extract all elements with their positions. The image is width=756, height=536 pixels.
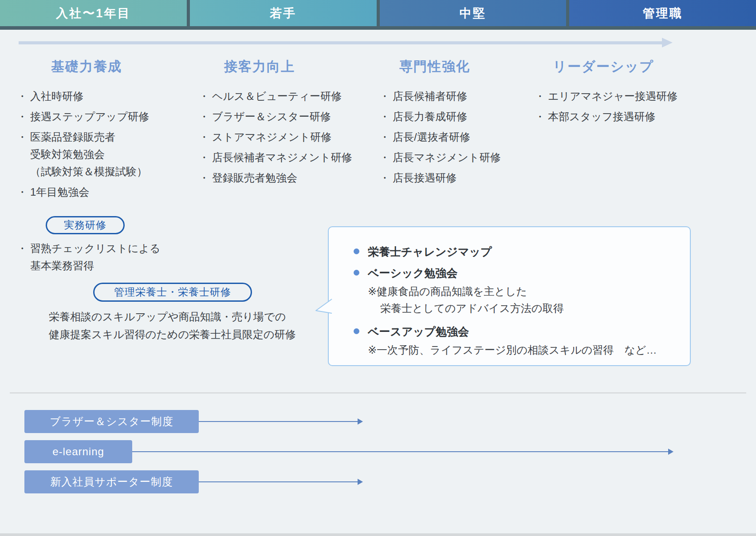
list-item: 1年目勉強会	[17, 183, 164, 201]
list-item: 習熟チェックリストによる 基本業務習得	[17, 240, 195, 274]
training-roadmap-diagram: 入社〜1年目 若手 中堅 管理職 基礎力養成 入社時研修 接遇ステップアップ研修…	[0, 0, 756, 536]
column-foundation: 基礎力養成 入社時研修 接遇ステップアップ研修 医薬品登録販売者 受験対策勉強会…	[9, 58, 164, 204]
program-label: 新入社員サポーター制度	[50, 475, 173, 489]
list-item: 店長力養成研修	[379, 108, 501, 125]
list-item: 店長候補者研修	[379, 87, 501, 105]
stage-label: 管理職	[643, 5, 683, 21]
program-arrow-icon	[132, 451, 669, 452]
program-label: ブラザー＆シスター制度	[50, 414, 173, 429]
stage-label: 若手	[270, 5, 296, 21]
stage-mid-level: 中堅	[380, 0, 567, 26]
callout-item: 栄養士チャレンジマップ	[354, 245, 677, 258]
program-bar-new-employee-supporter: 新入社員サポーター制度	[24, 470, 199, 493]
dietitian-training-badge: 管理栄養士・栄養士研修	[93, 283, 252, 302]
callout-item-note: ※一次予防、ライフステージ別の相談スキルの習得 など…	[368, 342, 677, 359]
stage-first-year: 入社〜1年目	[0, 0, 187, 26]
column-specialization: 専門性強化 店長候補者研修 店長力養成研修 店長/選抜者研修 店長マネジメント研…	[368, 58, 501, 189]
column-leadership: リーダーシップ エリアマネジャー接遇研修 本部スタッフ接遇研修	[528, 58, 679, 128]
column-heading: 専門性強化	[368, 58, 501, 76]
program-bar-brother-sister: ブラザー＆シスター制度	[24, 410, 199, 433]
career-stage-header: 入社〜1年目 若手 中堅 管理職	[0, 0, 756, 30]
training-list: 入社時研修 接遇ステップアップ研修 医薬品登録販売者 受験対策勉強会 （試験対策…	[9, 87, 164, 201]
list-item: ストアマネジメント研修	[199, 128, 328, 146]
practical-training-badge: 実務研修	[46, 216, 125, 234]
callout-item-note: ※健康食品の商品知識を主とした 栄養士としてのアドバイス方法の取得	[368, 283, 677, 317]
column-heading: 基礎力養成	[9, 58, 164, 76]
timeline-arrow-icon	[19, 41, 663, 44]
list-item: 店長接遇研修	[379, 169, 501, 186]
program-arrow-icon	[199, 421, 358, 422]
badge-label: 実務研修	[64, 218, 106, 232]
stage-label: 入社〜1年目	[56, 5, 130, 21]
list-item: ブラザー＆シスター研修	[199, 108, 328, 125]
callout-item-title: 栄養士チャレンジマップ	[368, 245, 677, 258]
list-item: ヘルス＆ビューティー研修	[199, 87, 328, 105]
list-item: 店長/選抜者研修	[379, 128, 501, 146]
list-item: 店長候補者マネジメント研修	[199, 149, 328, 166]
program-label: e-learning	[52, 445, 104, 458]
bottom-border	[0, 533, 756, 536]
practical-training-section: 習熟チェックリストによる 基本業務習得	[9, 240, 195, 277]
program-bar-elearning: e-learning	[24, 440, 132, 463]
training-list: エリアマネジャー接遇研修 本部スタッフ接遇研修	[528, 87, 679, 125]
stage-management: 管理職	[569, 0, 756, 26]
list-item: 本部スタッフ接遇研修	[535, 108, 679, 125]
stage-label: 中堅	[460, 5, 486, 21]
badge-label: 管理栄養士・栄養士研修	[114, 285, 231, 299]
column-customer-service: 接客力向上 ヘルス＆ビューティー研修 ブラザー＆シスター研修 ストアマネジメント…	[191, 58, 328, 189]
program-arrow-icon	[199, 481, 358, 482]
training-list: 習熟チェックリストによる 基本業務習得	[9, 240, 195, 274]
stage-junior: 若手	[190, 0, 377, 26]
column-heading: 接客力向上	[191, 58, 328, 76]
list-item: 入社時研修	[17, 87, 164, 105]
list-item: 店長マネジメント研修	[379, 149, 501, 166]
callout-item: ベーシック勉強会 ※健康食品の商品知識を主とした 栄養士としてのアドバイス方法の…	[354, 266, 677, 317]
training-list: 店長候補者研修 店長力養成研修 店長/選抜者研修 店長マネジメント研修 店長接遇…	[368, 87, 501, 186]
callout-item: ベースアップ勉強会 ※一次予防、ライフステージ別の相談スキルの習得 など…	[354, 325, 677, 359]
list-item: 接遇ステップアップ研修	[17, 108, 164, 125]
column-heading: リーダーシップ	[528, 58, 679, 76]
list-item: 医薬品登録販売者 受験対策勉強会 （試験対策＆模擬試験）	[17, 128, 164, 180]
speech-bubble-tail-icon	[314, 298, 333, 316]
list-item: エリアマネジャー接遇研修	[535, 87, 679, 105]
dietitian-programs-callout: 栄養士チャレンジマップ ベーシック勉強会 ※健康食品の商品知識を主とした 栄養士…	[328, 226, 691, 366]
callout-item-title: ベースアップ勉強会	[368, 325, 677, 338]
training-list: ヘルス＆ビューティー研修 ブラザー＆シスター研修 ストアマネジメント研修 店長候…	[191, 87, 328, 186]
dietitian-training-description: 栄養相談のスキルアップや商品知識・売り場での 健康提案スキル習得のための栄養士社…	[49, 308, 315, 343]
section-divider	[10, 392, 746, 394]
callout-item-title: ベーシック勉強会	[368, 266, 677, 280]
list-item: 登録販売者勉強会	[199, 169, 328, 186]
